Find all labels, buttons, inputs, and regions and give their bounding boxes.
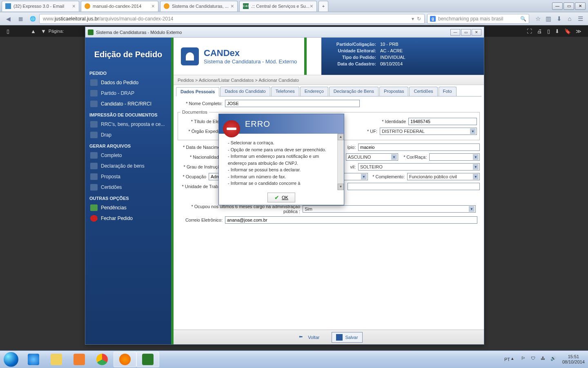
select-cor-raca[interactable] bbox=[429, 153, 480, 161]
sidebar-item-declaracao[interactable]: Declaração de bens bbox=[85, 161, 171, 171]
scroll-down-icon[interactable]: ▼ bbox=[338, 184, 344, 190]
tab-certidoes[interactable]: Certidões bbox=[409, 87, 437, 96]
select-sexo[interactable]: ASCULINO bbox=[346, 153, 398, 161]
select-uf[interactable]: DISTRITO FEDERAL bbox=[380, 128, 477, 135]
inner-close-button[interactable]: ✕ bbox=[472, 29, 481, 36]
error-dialog: ERRO - Selecionar a cor/raça. - Opção de… bbox=[218, 114, 344, 205]
tab-central-servicos[interactable]: C&S.:: Central de Serviços e Su...× bbox=[239, 1, 317, 11]
home-icon[interactable]: ⌂ bbox=[564, 14, 575, 23]
bookmark-icon[interactable]: 🔖 bbox=[564, 28, 571, 34]
maximize-button[interactable]: ▭ bbox=[564, 2, 574, 10]
header-info: Partido/Coligação:10 - PRB Unidade Eleit… bbox=[321, 38, 484, 75]
input-identidade[interactable] bbox=[408, 118, 477, 125]
label-cor-raca: * Cor/Raça: bbox=[401, 155, 427, 159]
label-ocupacao: * Ocupação bbox=[178, 174, 206, 179]
more-icon[interactable]: ≫ bbox=[576, 28, 581, 34]
reading-list-icon[interactable]: ▥ bbox=[543, 14, 554, 23]
window-controls: — ▭ ✕ bbox=[551, 2, 586, 10]
tray-volume-icon[interactable]: 🔊 bbox=[550, 356, 558, 363]
system-tray: PT ▴ 🏳 🛡 🖧 🔊 15:51 08/10/2014 bbox=[504, 354, 588, 365]
app-icon bbox=[88, 29, 94, 35]
close-icon[interactable]: × bbox=[231, 3, 234, 9]
downloads-icon[interactable]: ⬇ bbox=[554, 14, 564, 23]
input-municipio[interactable] bbox=[358, 144, 480, 151]
page-down-icon[interactable]: ▼ bbox=[41, 28, 46, 34]
tray-flag-icon[interactable]: 🏳 bbox=[521, 356, 528, 363]
bookmark-star-icon[interactable]: ☆ bbox=[532, 14, 543, 23]
sidebar-item-partido-drap[interactable]: Partido - DRAP bbox=[85, 88, 171, 99]
taskbar-chrome[interactable] bbox=[91, 352, 114, 367]
taskbar-media-player[interactable] bbox=[68, 352, 91, 367]
inner-minimize-button[interactable]: — bbox=[450, 29, 460, 36]
input-unidade-trabalho[interactable] bbox=[347, 183, 480, 190]
sidebar-item-dados-pedido[interactable]: Dados do Pedido bbox=[85, 77, 171, 88]
form-tabs: Dados Pessoais Dados do Candidato Telefo… bbox=[176, 87, 481, 96]
inner-maximize-button[interactable]: ▭ bbox=[461, 29, 471, 36]
sidebar-item-fechar-pedido[interactable]: Fechar Pedido bbox=[85, 213, 171, 224]
sidebar-item-completo[interactable]: Completo bbox=[85, 150, 171, 161]
search-input[interactable]: g benchmarking ppa mais brasil 🔍 bbox=[427, 14, 529, 24]
tab-expresso[interactable]: (32) Expresso 3.0 - Email× bbox=[2, 1, 79, 11]
open-file-icon[interactable]: ▯ bbox=[547, 28, 550, 34]
tab-propostas[interactable]: Propostas bbox=[379, 87, 409, 96]
minimize-button[interactable]: — bbox=[552, 2, 563, 10]
tray-clock[interactable]: 15:51 08/10/2014 bbox=[562, 354, 585, 365]
scroll-up-icon[interactable]: ▲ bbox=[338, 134, 344, 140]
label-complemento: * Complemento: bbox=[370, 174, 405, 179]
error-scrollbar[interactable]: ▲ ▼ bbox=[337, 134, 344, 190]
print-icon[interactable]: 🖨 bbox=[537, 28, 542, 34]
form-footer: ⬅Voltar Salvar bbox=[174, 330, 484, 344]
input-correio-eletronico[interactable] bbox=[225, 216, 477, 224]
close-button[interactable]: ✕ bbox=[575, 2, 586, 10]
error-titlebar[interactable]: ERRO bbox=[219, 114, 344, 134]
taskbar-ie[interactable] bbox=[22, 352, 45, 367]
tab-foto[interactable]: Foto bbox=[439, 87, 457, 96]
sidebar-item-pendencias[interactable]: Pendências bbox=[85, 202, 171, 213]
tab-dados-pessoais[interactable]: Dados Pessoais bbox=[176, 87, 219, 96]
select-ocupou-cargo[interactable]: Sim bbox=[303, 205, 476, 213]
fullscreen-icon[interactable]: ⛶ bbox=[527, 28, 532, 34]
sidebar-item-drap[interactable]: Drap bbox=[85, 130, 171, 140]
page-up-icon[interactable]: ▲ bbox=[31, 28, 36, 34]
sidebar-item-proposta[interactable]: Proposta bbox=[85, 171, 171, 182]
tab-manual-candex[interactable]: manual-do-candex-2014× bbox=[81, 1, 158, 11]
select-complemento[interactable]: Funcionário público civil bbox=[407, 173, 480, 180]
label-ocupou-cargo: * Ocupou nos últimos 6 meses cargo na ad… bbox=[178, 204, 300, 214]
input-nome-completo[interactable] bbox=[225, 100, 360, 107]
download-icon[interactable]: ⬇ bbox=[555, 28, 559, 34]
select-estado-civil[interactable]: SOLTEIRO bbox=[358, 163, 480, 171]
sidebar-toggle-icon[interactable]: ▯ bbox=[7, 28, 9, 34]
tab-endereco[interactable]: Endereço bbox=[300, 87, 328, 96]
close-icon[interactable]: × bbox=[72, 3, 76, 9]
tray-shield-icon[interactable]: 🛡 bbox=[531, 356, 538, 363]
start-button[interactable] bbox=[0, 351, 22, 368]
site-identity-icon[interactable]: ▦ bbox=[15, 14, 26, 24]
sidebar-item-rrcs[interactable]: RRC's, bens, proposta e ce... bbox=[85, 119, 171, 130]
new-tab-button[interactable]: + bbox=[318, 1, 328, 11]
sidebar-item-certidoes[interactable]: Certidões bbox=[85, 182, 171, 193]
taskbar-firefox[interactable] bbox=[114, 352, 136, 367]
tab-telefones[interactable]: Telefones bbox=[271, 87, 299, 96]
taskbar-candex[interactable] bbox=[136, 352, 159, 367]
close-icon[interactable]: × bbox=[310, 3, 313, 9]
sidebar: Edição de Pedido PEDIDO Dados do Pedido … bbox=[85, 38, 171, 344]
salvar-button[interactable]: Salvar bbox=[332, 332, 362, 343]
search-icon[interactable]: 🔍 bbox=[520, 16, 526, 22]
tab-declaracao-bens[interactable]: Declaração de Bens bbox=[329, 87, 379, 96]
menu-icon[interactable]: ☰ bbox=[575, 14, 586, 23]
tab-sistema-candidaturas[interactable]: Sistema de Candidaturas, ...× bbox=[160, 1, 238, 11]
select-ocupacao-aux[interactable] bbox=[343, 173, 368, 180]
taskbar-explorer[interactable] bbox=[45, 352, 68, 367]
sidebar-item-candidato-rrc[interactable]: Candidato - RRC/RRCI bbox=[85, 99, 171, 109]
voltar-button[interactable]: ⬅Voltar bbox=[295, 332, 323, 342]
error-ok-button[interactable]: OK bbox=[267, 193, 295, 202]
window-titlebar[interactable]: Sistema de Candidaturas - Módulo Externo… bbox=[85, 27, 484, 38]
tab-dados-candidato[interactable]: Dados do Candidato bbox=[220, 87, 270, 96]
close-icon[interactable]: × bbox=[151, 3, 155, 9]
label-nome-completo: * Nome Completo: bbox=[178, 101, 223, 106]
tray-network-icon[interactable]: 🖧 bbox=[541, 356, 548, 363]
url-input[interactable]: www.justicaeleitoral.jus.br/arquivos/man… bbox=[39, 14, 425, 24]
tray-up-icon[interactable]: ▴ bbox=[511, 356, 519, 363]
back-button[interactable]: ◀ bbox=[2, 14, 14, 24]
tray-language[interactable]: PT bbox=[504, 357, 510, 362]
